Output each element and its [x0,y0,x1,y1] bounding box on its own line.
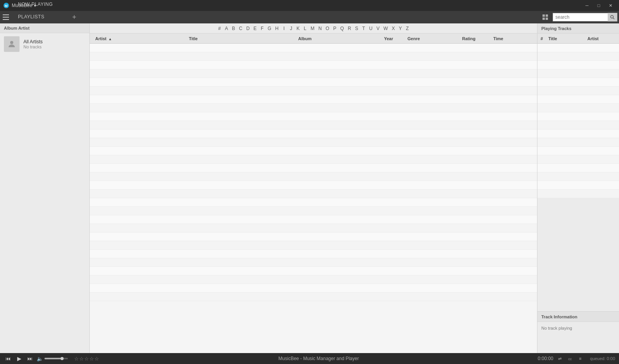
alpha-g[interactable]: G [267,25,272,32]
volume-slider-track[interactable] [44,358,68,359]
col-header-title[interactable]: Title [187,36,296,41]
track-row[interactable] [90,78,537,87]
alpha-u[interactable]: U [368,25,374,32]
pt-row[interactable] [537,164,619,172]
track-row[interactable] [90,130,537,138]
pt-row[interactable] [537,87,619,95]
alpha-x[interactable]: X [391,25,396,32]
pt-row[interactable] [537,190,619,198]
col-header-artist[interactable]: Artist ▲ [93,36,187,41]
alpha-t[interactable]: T [361,25,366,32]
alpha-y[interactable]: Y [398,25,403,32]
alpha-c[interactable]: C [238,25,244,32]
track-row[interactable] [90,181,537,190]
pt-row[interactable] [537,130,619,138]
track-row[interactable] [90,155,537,164]
alpha-i[interactable]: I [281,25,287,32]
pt-row[interactable] [537,181,619,190]
col-header-year[interactable]: Year [382,36,405,41]
hamburger-menu[interactable] [0,11,12,23]
add-tab-button[interactable]: + [69,11,80,23]
track-row[interactable] [90,267,537,275]
pt-row[interactable] [537,44,619,52]
track-row[interactable] [90,104,537,112]
search-button[interactable] [608,13,617,21]
pt-row[interactable] [537,95,619,104]
track-row[interactable] [90,190,537,198]
track-row[interactable] [90,61,537,69]
track-row[interactable] [90,69,537,78]
track-row[interactable] [90,138,537,147]
track-row[interactable] [90,121,537,130]
track-row[interactable] [90,52,537,61]
nav-tab-playlists[interactable]: PLAYLISTS [12,11,69,23]
track-row[interactable] [90,233,537,241]
track-row[interactable] [90,95,537,104]
pt-row[interactable] [537,61,619,69]
grid-view-icon[interactable] [539,11,551,23]
track-row[interactable] [90,224,537,233]
col-header-genre[interactable]: Genre [405,36,460,41]
pt-row[interactable] [537,138,619,147]
alpha-m[interactable]: M [310,25,316,32]
alpha-n[interactable]: N [317,25,323,32]
alpha-v[interactable]: V [375,25,381,32]
close-button[interactable]: ✕ [605,2,616,9]
track-row[interactable] [90,198,537,207]
alpha-o[interactable]: O [324,25,330,32]
alpha-d[interactable]: D [245,25,251,32]
pt-row[interactable] [537,121,619,130]
pt-row[interactable] [537,78,619,87]
col-header-time[interactable]: Time [491,36,514,41]
nav-tab-now-playing[interactable]: NOW PLAYING [12,0,69,11]
alpha-w[interactable]: W [382,25,389,32]
play-button[interactable]: ▶ [15,354,23,363]
alpha-s[interactable]: S [354,25,359,32]
alpha-k[interactable]: K [295,25,301,32]
track-row[interactable] [90,164,537,172]
pt-row[interactable] [537,52,619,61]
volume-slider-thumb[interactable] [60,357,64,360]
track-row[interactable] [90,215,537,224]
star-rating[interactable]: ☆☆☆☆☆ [74,356,100,362]
skip-forward-button[interactable]: ⏭ [26,354,34,363]
alpha-j[interactable]: J [288,25,294,32]
alpha-r[interactable]: R [347,25,352,32]
search-input[interactable] [553,14,608,20]
alpha-f[interactable]: F [260,25,265,32]
pt-row[interactable] [537,69,619,78]
track-row[interactable] [90,293,537,301]
track-row[interactable] [90,275,537,284]
alpha-e[interactable]: E [253,25,258,32]
track-row[interactable] [90,250,537,258]
track-row[interactable] [90,172,537,181]
alpha-z[interactable]: Z [405,25,410,32]
minimize-button[interactable]: ─ [582,2,592,9]
alpha-b[interactable]: B [231,25,236,32]
pt-row[interactable] [537,147,619,155]
pt-row[interactable] [537,112,619,121]
pt-row[interactable] [537,155,619,164]
shuffle-button[interactable]: ⇌ [556,355,564,362]
pt-row[interactable] [537,104,619,112]
alpha-p[interactable]: P [332,25,338,32]
track-row[interactable] [90,147,537,155]
alpha-h[interactable]: H [274,25,280,32]
track-row[interactable] [90,241,537,250]
skip-back-button[interactable]: ⏮ [4,354,12,363]
alpha-#[interactable]: # [217,25,222,32]
track-row[interactable] [90,87,537,95]
col-header-album[interactable]: Album [296,36,382,41]
track-row[interactable] [90,44,537,52]
track-row[interactable] [90,284,537,293]
track-row[interactable] [90,258,537,267]
maximize-button[interactable]: □ [593,2,604,9]
equalizer-button[interactable]: ≡ [576,355,585,362]
artist-item-all[interactable]: All Artists No tracks [0,33,89,55]
alpha-a[interactable]: A [224,25,229,32]
lastfm-button[interactable]: ㏄ [566,355,575,362]
pt-row[interactable] [537,172,619,181]
alpha-l[interactable]: L [302,25,308,32]
alpha-q[interactable]: Q [339,25,345,32]
track-row[interactable] [90,112,537,121]
